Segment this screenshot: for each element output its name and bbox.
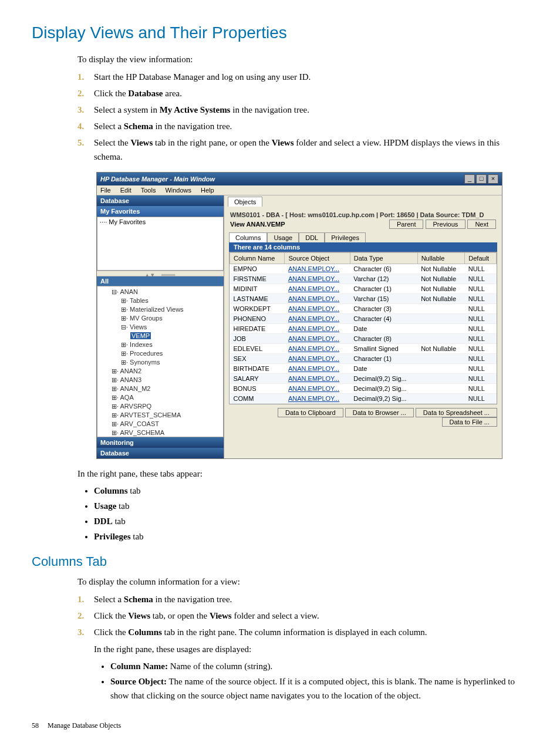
table-row[interactable]: EDLEVELANAN.EMPLOY...Smallint SignedNot … <box>230 343 497 353</box>
table-cell: Not Nullable <box>417 283 465 293</box>
close-icon[interactable]: × <box>488 174 498 184</box>
table-cell: EMPNO <box>230 264 285 274</box>
tree-node[interactable]: ⊞· ARV_SCHEMA <box>100 428 223 437</box>
table-row[interactable]: PHONENOANAN.EMPLOY...Character (4)NULL <box>230 313 497 323</box>
split-handle[interactable]: ▴ ▾ ═══ <box>97 271 224 276</box>
table-cell <box>417 373 465 383</box>
column-header[interactable]: Nullable <box>417 252 465 264</box>
tree-node[interactable]: VEMP <box>100 332 223 340</box>
table-row[interactable]: SALARYANAN.EMPLOY...Decimal(9,2) Sig...N… <box>230 373 497 383</box>
table-cell: Character (1) <box>350 283 417 293</box>
view-tab[interactable]: Columns <box>229 232 267 242</box>
tab-list-item: DDL tab <box>94 514 528 528</box>
view-name: View ANAN.VEMP <box>230 221 285 228</box>
nav-tree[interactable]: ⊟· ANAN⊞· Tables⊞· Materialized Views⊞· … <box>97 286 224 437</box>
nav-button[interactable]: Parent <box>389 220 423 229</box>
tree-node[interactable]: ⊞· Synonyms <box>100 358 223 367</box>
usage-item: Column Name: Name of the column (string)… <box>110 659 528 673</box>
step-item: 3.Click the Columns tab in the right pan… <box>77 625 528 639</box>
table-cell: NULL <box>465 293 497 303</box>
table-cell: ANAN.EMPLOY... <box>285 353 350 363</box>
table-cell: NULL <box>465 343 497 353</box>
favorites-item[interactable]: ···· My Favorites <box>100 218 221 225</box>
tree-node[interactable]: ⊟· Views <box>100 323 223 332</box>
table-row[interactable]: BIRTHDATEANAN.EMPLOY...DateNULL <box>230 363 497 373</box>
export-button[interactable]: Data to File ... <box>442 417 497 427</box>
tree-node[interactable]: ⊞· AQA <box>100 393 223 402</box>
tree-node[interactable]: ⊞· Indexes <box>100 340 223 349</box>
table-cell: NULL <box>465 363 497 373</box>
tree-node[interactable]: ⊟· ANAN <box>100 288 223 296</box>
menu-item[interactable]: File <box>100 187 111 194</box>
my-favorites-header[interactable]: My Favorites <box>97 206 224 217</box>
step-item: 3.Select a system in My Active Systems i… <box>77 103 528 117</box>
export-button[interactable]: Data to Browser ... <box>345 408 414 417</box>
view-tab[interactable]: Usage <box>267 232 299 242</box>
menu-item[interactable]: Edit <box>120 187 131 194</box>
table-row[interactable]: EMPNOANAN.EMPLOY...Character (6)Not Null… <box>230 264 497 274</box>
table-row[interactable]: FIRSTNMEANAN.EMPLOY...Varchar (12)Not Nu… <box>230 274 497 283</box>
table-cell: PHONENO <box>230 313 285 323</box>
column-header[interactable]: Default <box>465 252 497 264</box>
table-cell: Character (3) <box>350 303 417 313</box>
table-row[interactable]: HIREDATEANAN.EMPLOY...DateNULL <box>230 323 497 333</box>
table-cell: ANAN.EMPLOY... <box>285 363 350 373</box>
tree-node[interactable]: ⊞· ANAN_M2 <box>100 384 223 393</box>
tree-node[interactable]: ⊞· ARVTEST_SCHEMA <box>100 411 223 420</box>
chapter-name: Manage Database Objects <box>48 721 121 730</box>
table-cell: NULL <box>465 264 497 274</box>
column-header[interactable]: Source Object <box>285 252 350 264</box>
tab-objects[interactable]: Objects <box>228 197 262 207</box>
table-row[interactable]: SEXANAN.EMPLOY...Character (1)NULL <box>230 353 497 363</box>
table-cell: COMM <box>230 393 285 403</box>
nav-button[interactable]: Next <box>467 220 496 229</box>
table-cell: NULL <box>465 283 497 293</box>
monitoring-header[interactable]: Monitoring <box>97 437 224 448</box>
database2-header[interactable]: Database <box>97 448 224 458</box>
table-cell: Decimal(9,2) Sig... <box>350 373 417 383</box>
table-row[interactable]: BONUSANAN.EMPLOY...Decimal(9,2) Sig...NU… <box>230 383 497 393</box>
tree-node[interactable]: ⊞· ARV_COAST <box>100 420 223 428</box>
table-cell: ANAN.EMPLOY... <box>285 264 350 274</box>
window-titlebar[interactable]: HP Database Manager - Main Window _ □ × <box>97 173 502 185</box>
tree-node[interactable]: ⊞· Tables <box>100 296 223 305</box>
step-item: 4.Select a Schema in the navigation tree… <box>77 119 528 133</box>
nav-button[interactable]: Previous <box>426 220 466 229</box>
table-row[interactable]: MIDINITANAN.EMPLOY...Character (1)Not Nu… <box>230 283 497 293</box>
column-header[interactable]: Column Name <box>230 252 285 264</box>
tree-node[interactable]: ⊞· ARVSRPQ <box>100 402 223 411</box>
view-tab[interactable]: DDL <box>299 232 325 242</box>
tree-node[interactable]: ⊞· Materialized Views <box>100 305 223 314</box>
tree-node[interactable]: ⊞· ANAN3 <box>100 376 223 384</box>
table-cell: ANAN.EMPLOY... <box>285 383 350 393</box>
maximize-icon[interactable]: □ <box>476 174 487 184</box>
table-cell: ANAN.EMPLOY... <box>285 333 350 343</box>
column-header[interactable]: Data Type <box>350 252 417 264</box>
menu-item[interactable]: Help <box>201 187 214 194</box>
table-row[interactable]: JOBANAN.EMPLOY...Character (8)NULL <box>230 333 497 343</box>
table-cell: ANAN.EMPLOY... <box>285 293 350 303</box>
export-button[interactable]: Data to Clipboard <box>278 408 343 417</box>
all-header[interactable]: All <box>100 278 109 285</box>
section-columns-tab: Columns Tab <box>32 554 528 569</box>
table-cell: NULL <box>465 353 497 363</box>
tree-node[interactable]: ⊞· ANAN2 <box>100 367 223 376</box>
table-cell: ANAN.EMPLOY... <box>285 323 350 333</box>
table-cell: NULL <box>465 323 497 333</box>
view-tab[interactable]: Privileges <box>325 232 366 242</box>
table-cell: Decimal(9,2) Sig... <box>350 383 417 393</box>
minimize-icon[interactable]: _ <box>464 174 475 184</box>
table-cell: NULL <box>465 333 497 343</box>
table-row[interactable]: WORKDEPTANAN.EMPLOY...Character (3)NULL <box>230 303 497 313</box>
table-row[interactable]: LASTNAMEANAN.EMPLOY...Varchar (15)Not Nu… <box>230 293 497 303</box>
tree-node[interactable]: ⊞· MV Groups <box>100 314 223 323</box>
table-cell <box>417 383 465 393</box>
table-cell: WORKDEPT <box>230 303 285 313</box>
export-button[interactable]: Data to Spreadsheet ... <box>416 408 497 417</box>
menu-item[interactable]: Windows <box>165 187 191 194</box>
table-row[interactable]: COMMANAN.EMPLOY...Decimal(9,2) Sig...NUL… <box>230 393 497 403</box>
tree-node[interactable]: ⊞· Procedures <box>100 349 223 358</box>
database-header[interactable]: Database <box>97 195 224 206</box>
menu-item[interactable]: Tools <box>141 187 156 194</box>
page-number: 58 <box>32 721 39 730</box>
